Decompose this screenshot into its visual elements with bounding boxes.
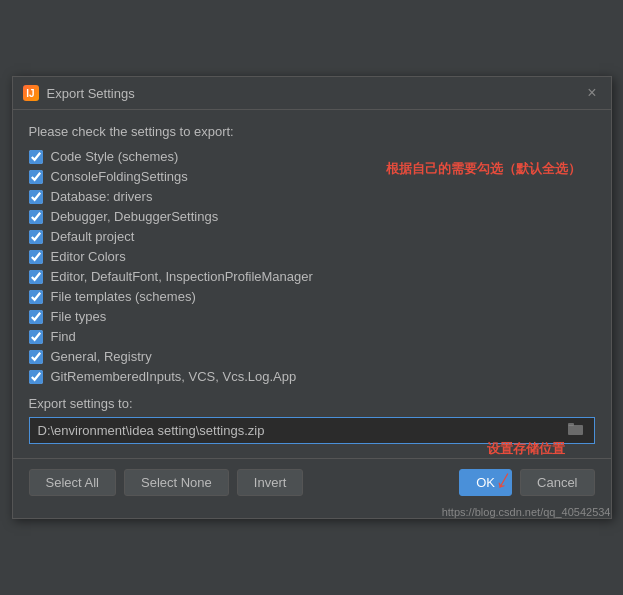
- checklist-checkbox-3[interactable]: [29, 210, 43, 224]
- checklist-label-6: Editor, DefaultFont, InspectionProfileMa…: [51, 269, 313, 284]
- select-none-button[interactable]: Select None: [124, 469, 229, 496]
- checklist-label-9: Find: [51, 329, 76, 344]
- watermark: https://blog.csdn.net/qq_40542534: [13, 506, 611, 518]
- checklist-checkbox-0[interactable]: [29, 150, 43, 164]
- checklist-item-2[interactable]: Database: drivers: [29, 189, 591, 204]
- browse-folder-button[interactable]: [566, 422, 586, 439]
- checklist-item-0[interactable]: Code Style (schemes): [29, 149, 591, 164]
- checklist-checkbox-5[interactable]: [29, 250, 43, 264]
- checklist-item-4[interactable]: Default project: [29, 229, 591, 244]
- checklist-checkbox-4[interactable]: [29, 230, 43, 244]
- checklist-item-6[interactable]: Editor, DefaultFont, InspectionProfileMa…: [29, 269, 591, 284]
- checklist-checkbox-1[interactable]: [29, 170, 43, 184]
- checklist-label-1: ConsoleFoldingSettings: [51, 169, 188, 184]
- export-label: Export settings to:: [29, 396, 595, 411]
- checklist-item-8[interactable]: File types: [29, 309, 591, 324]
- checklist-checkbox-7[interactable]: [29, 290, 43, 304]
- checklist-label-2: Database: drivers: [51, 189, 153, 204]
- footer-right-buttons: OK Cancel: [459, 469, 594, 496]
- checklist-label-0: Code Style (schemes): [51, 149, 179, 164]
- cancel-button[interactable]: Cancel: [520, 469, 594, 496]
- checklist-label-8: File types: [51, 309, 107, 324]
- checklist-label-7: File templates (schemes): [51, 289, 196, 304]
- checklist-item-10[interactable]: General, Registry: [29, 349, 591, 364]
- checklist-item-3[interactable]: Debugger, DebuggerSettings: [29, 209, 591, 224]
- close-button[interactable]: ×: [583, 83, 600, 103]
- checklist-checkbox-2[interactable]: [29, 190, 43, 204]
- checklist-item-7[interactable]: File templates (schemes): [29, 289, 591, 304]
- checklist-label-10: General, Registry: [51, 349, 152, 364]
- checklist-label-5: Editor Colors: [51, 249, 126, 264]
- checklist-label-3: Debugger, DebuggerSettings: [51, 209, 219, 224]
- checklist-label-4: Default project: [51, 229, 135, 244]
- checklist: Code Style (schemes)ConsoleFoldingSettin…: [29, 149, 595, 384]
- checklist-checkbox-9[interactable]: [29, 330, 43, 344]
- checklist-checkbox-11[interactable]: [29, 370, 43, 384]
- app-icon: IJ: [23, 85, 39, 101]
- export-section: Export settings to:: [29, 396, 595, 444]
- checklist-label-11: GitRememberedInputs, VCS, Vcs.Log.App: [51, 369, 297, 384]
- checklist-checkbox-6[interactable]: [29, 270, 43, 284]
- footer-left-buttons: Select All Select None Invert: [29, 469, 304, 496]
- export-path-row: [29, 417, 595, 444]
- checklist-item-5[interactable]: Editor Colors: [29, 249, 591, 264]
- dialog-title: Export Settings: [47, 86, 135, 101]
- svg-rect-1: [568, 423, 574, 426]
- checklist-checkbox-8[interactable]: [29, 310, 43, 324]
- checklist-item-9[interactable]: Find: [29, 329, 591, 344]
- dialog-footer: Select All Select None Invert OK Cancel: [13, 458, 611, 506]
- invert-button[interactable]: Invert: [237, 469, 304, 496]
- export-path-input[interactable]: [38, 423, 562, 438]
- title-bar-left: IJ Export Settings: [23, 85, 135, 101]
- checklist-item-1[interactable]: ConsoleFoldingSettings: [29, 169, 591, 184]
- select-all-button[interactable]: Select All: [29, 469, 116, 496]
- instruction-text: Please check the settings to export:: [29, 124, 595, 139]
- export-settings-dialog: IJ Export Settings × Please check the se…: [12, 76, 612, 519]
- dialog-body: Please check the settings to export: 根据自…: [13, 110, 611, 458]
- checklist-item-11[interactable]: GitRememberedInputs, VCS, Vcs.Log.App: [29, 369, 591, 384]
- ok-button[interactable]: OK: [459, 469, 512, 496]
- svg-rect-0: [568, 425, 583, 435]
- checklist-checkbox-10[interactable]: [29, 350, 43, 364]
- title-bar: IJ Export Settings ×: [13, 77, 611, 110]
